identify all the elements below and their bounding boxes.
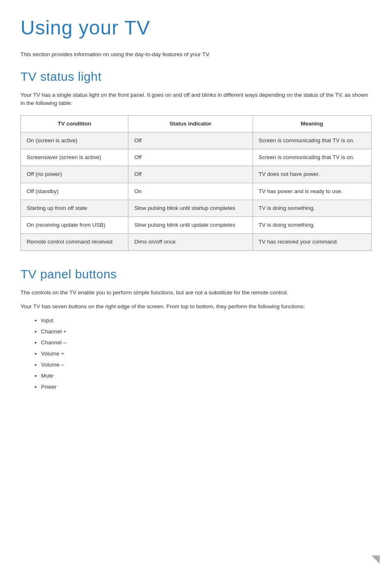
table-cell-r2-c0: Off (no power) [21,166,128,183]
table-cell-r3-c0: Off (standby) [21,183,128,200]
function-item-0: Input [41,315,371,326]
table-cell-r5-c2: TV is doing something. [253,217,371,234]
function-item-3: Volume + [41,348,371,359]
col-header-status-indicator: Status indicator [128,115,253,132]
table-cell-r1-c1: Off [128,149,253,166]
section1-heading: TV status light [21,70,371,84]
intro-paragraph: This section provides information on usi… [21,51,371,57]
table-cell-r6-c2: TV has received your command. [253,234,371,250]
section2-heading: TV panel buttons [21,267,371,281]
table-cell-r0-c1: Off [128,132,253,149]
function-item-5: Mute [41,370,371,381]
table-row: Off (standby)OnTV has power and is ready… [21,183,371,200]
panel-buttons-description2: Your TV has seven buttons on the right e… [21,303,371,311]
page-title: Using your TV [21,16,371,39]
function-item-4: Volume – [41,359,371,370]
panel-buttons-description1: The controls on the TV enable you to per… [21,289,371,297]
table-cell-r4-c2: TV is doing something. [253,200,371,216]
table-row: On (receiving update from USB)Slow pulsi… [21,217,371,234]
tv-status-table: TV condition Status indicator Meaning On… [21,115,371,251]
table-row: Starting up from off stateSlow pulsing b… [21,200,371,216]
table-cell-r4-c0: Starting up from off state [21,200,128,216]
table-row: Remote control command receivedDims on/o… [21,234,371,250]
function-item-2: Channel – [41,337,371,348]
table-cell-r6-c1: Dims on/off once [128,234,253,250]
table-cell-r0-c0: On (screen is active) [21,132,128,149]
table-cell-r4-c1: Slow pulsing blink until startup complet… [128,200,253,216]
table-row: Off (no power)OffTV does not have power. [21,166,371,183]
table-cell-r0-c2: Screen is communicating that TV is on. [253,132,371,149]
table-cell-r6-c0: Remote control command received [21,234,128,250]
function-item-1: Channel + [41,326,371,337]
table-cell-r5-c1: Slow pulsing blink until update complete… [128,217,253,234]
table-cell-r3-c2: TV has power and is ready to use. [253,183,371,200]
table-cell-r2-c1: Off [128,166,253,183]
table-row: On (screen is active)OffScreen is commun… [21,132,371,149]
function-item-6: Power [41,381,371,392]
functions-list: InputChannel +Channel –Volume +Volume –M… [21,315,371,392]
table-row: Screensaver (screen is active)OffScreen … [21,149,371,166]
col-header-tv-condition: TV condition [21,115,128,132]
table-cell-r2-c2: TV does not have power. [253,166,371,183]
table-cell-r3-c1: On [128,183,253,200]
col-header-meaning: Meaning [253,115,371,132]
table-cell-r1-c0: Screensaver (screen is active) [21,149,128,166]
section1-description: Your TV has a single status light on the… [21,91,371,108]
table-cell-r1-c2: Screen is communicating that TV is on. [253,149,371,166]
table-cell-r5-c0: On (receiving update from USB) [21,217,128,234]
